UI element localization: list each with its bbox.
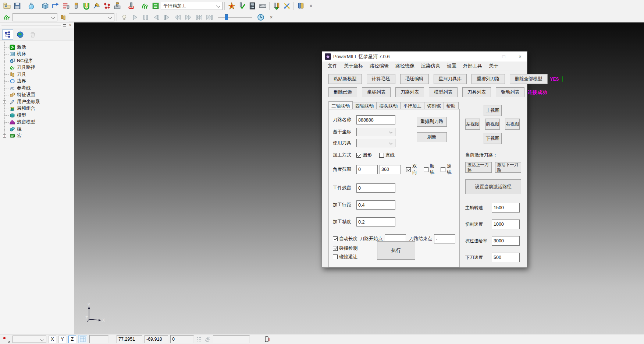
rapid-moves-icon[interactable] <box>50 1 60 11</box>
strategy-dropdown[interactable]: 平行精加工 <box>161 2 223 10</box>
tool-combo[interactable] <box>69 13 114 21</box>
simulation-speed-slider[interactable] <box>218 14 252 21</box>
activate-next-button[interactable]: 激活下一刀路 <box>495 162 522 173</box>
pump-icon[interactable] <box>26 1 36 11</box>
climb-checkbox[interactable]: 顺铣 <box>424 163 439 176</box>
coord-list-button[interactable]: 坐标列表 <box>362 87 391 97</box>
tree-item-tools[interactable]: 刀具 <box>3 71 72 78</box>
tab-4axis[interactable]: 四轴联动 <box>352 102 377 109</box>
menu-render-sim[interactable]: 渲染仿真 <box>418 62 444 70</box>
close-main-toolbar-icon[interactable]: × <box>306 1 316 11</box>
pattern-pencil-icon[interactable] <box>92 1 102 11</box>
auto-length-checkbox[interactable]: 自动长度 <box>333 236 357 242</box>
toolpath-spiral-icon[interactable] <box>2 13 12 22</box>
recycle-bin-icon[interactable] <box>27 29 38 40</box>
tree-item-nc-programs[interactable]: NC程序 <box>3 57 72 64</box>
view-bottom-button[interactable]: 下视图 <box>484 133 502 144</box>
tree-item-levels-sets[interactable]: 层和组合 <box>3 105 72 112</box>
menu-path-mirror[interactable]: 路径镜像 <box>392 62 418 70</box>
points-diamonds-icon[interactable] <box>102 1 112 11</box>
tab-help[interactable]: 帮助 <box>444 102 459 109</box>
execute-button[interactable]: 执行 <box>377 241 415 260</box>
minimize-button[interactable]: — <box>481 52 495 62</box>
step-back-icon[interactable] <box>151 13 161 22</box>
angle-from-input[interactable] <box>356 165 378 174</box>
spindle-speed-input[interactable] <box>492 203 520 213</box>
play-icon[interactable] <box>130 13 140 22</box>
open-file-icon[interactable] <box>2 1 12 11</box>
menu-file[interactable]: 文件 <box>324 62 341 70</box>
compare-blocks-icon[interactable] <box>296 1 306 11</box>
expander-icon[interactable]: + <box>3 134 6 138</box>
close-button[interactable]: × <box>513 52 527 62</box>
batch-star-icon[interactable] <box>227 1 236 11</box>
menu-path-edit[interactable]: 路径编辑 <box>366 62 392 70</box>
paste-model-button[interactable]: 粘贴新模型 <box>328 74 362 84</box>
axis-y-button[interactable]: Y <box>58 336 66 343</box>
plunge-rate-input[interactable] <box>492 253 520 262</box>
swap-arrows-icon[interactable] <box>282 1 292 11</box>
close-panel-icon[interactable]: × <box>68 24 72 28</box>
tree-item-groups[interactable]: 组 <box>3 126 72 133</box>
line-checkbox[interactable]: 直线 <box>379 152 395 158</box>
tool-block-icon[interactable] <box>112 1 122 11</box>
delete-all-models-button[interactable]: 删除全部模型 <box>510 74 548 84</box>
save-icon[interactable] <box>12 1 22 11</box>
menu-external-tools[interactable]: 外部工具 <box>460 62 485 70</box>
rearrange-toolpaths-button[interactable]: 重排列刀路 <box>472 74 505 84</box>
stepover-input[interactable] <box>356 200 395 210</box>
tree-item-feature-sets[interactable]: 特征设置 <box>3 92 72 99</box>
collision-check-checkbox[interactable]: 碰撞检测 <box>333 245 357 252</box>
pause-icon[interactable] <box>140 13 150 22</box>
tab-swivel[interactable]: 摆头联动 <box>376 102 401 109</box>
tree-item-activate[interactable]: 激活 <box>3 44 72 51</box>
circle-checkbox[interactable]: 圆形 <box>356 152 372 158</box>
delete-selected-button[interactable]: 删除已选 <box>328 87 357 97</box>
stock-edit-button[interactable]: 毛坯编辑 <box>400 74 429 84</box>
tab-parallel[interactable]: 平行加工 <box>400 102 424 109</box>
tool-list-button[interactable]: 刀具列表 <box>462 87 491 97</box>
tool-select[interactable] <box>356 139 395 147</box>
tree-item-models[interactable]: 模型 <box>3 112 72 119</box>
tree-item-boundaries[interactable]: 边界 <box>3 78 72 85</box>
tree-item-toolpaths[interactable]: 刀具路径 <box>3 64 72 71</box>
tree-item-workplanes[interactable]: +用户坐标系 <box>3 98 72 105</box>
locate-axis-icon[interactable] <box>204 336 211 343</box>
cutting-speed-input[interactable] <box>492 220 520 229</box>
record-dot-icon[interactable] <box>1 335 10 343</box>
menu-about[interactable]: 关于 <box>485 62 502 70</box>
view-right-button[interactable]: 右视图 <box>505 119 520 130</box>
web-globe-icon[interactable] <box>15 29 26 40</box>
step-forward-icon[interactable] <box>162 13 172 22</box>
menu-settings[interactable]: 设置 <box>444 62 460 70</box>
tree-item-macros[interactable]: +宏 <box>3 133 72 140</box>
xyz-list-icon[interactable] <box>196 336 202 342</box>
menu-coords[interactable]: 关于坐标 <box>341 62 366 70</box>
model-list-button[interactable]: 模型列表 <box>429 87 458 97</box>
go-end-icon[interactable] <box>204 13 214 22</box>
rearrange-button[interactable]: 重排列刀路 <box>417 117 447 127</box>
coord-y-field[interactable]: -69.918 <box>145 335 168 343</box>
skim-rate-input[interactable] <box>492 236 520 246</box>
tree-item-machine[interactable]: 机床 <box>3 51 72 58</box>
axis-x-button[interactable]: X <box>49 336 56 343</box>
strategy-list-icon[interactable] <box>150 1 160 11</box>
panel-grip[interactable] <box>1 25 61 26</box>
activate-prev-button[interactable]: 激活上一刀路 <box>465 162 492 173</box>
ruler-icon[interactable] <box>257 1 267 11</box>
fast-forward-icon[interactable] <box>183 13 193 22</box>
collision-arc-icon[interactable] <box>126 1 136 11</box>
leads-links-icon[interactable] <box>61 1 71 11</box>
tool-pair-icon[interactable] <box>271 1 281 11</box>
drive-list-button[interactable]: 驱动列表 <box>496 87 524 97</box>
status-combo[interactable] <box>13 336 46 343</box>
tab-saw[interactable]: 切割锯 <box>424 102 444 109</box>
calculator-icon[interactable] <box>247 1 257 11</box>
slider-handle[interactable] <box>225 14 228 20</box>
tool-library-button[interactable]: 星河刀具库 <box>434 74 467 84</box>
ballnose-tool-icon[interactable] <box>71 1 81 11</box>
refresh-button[interactable]: 刷新 <box>417 132 447 142</box>
toolpath-list-button[interactable]: 刀路列表 <box>395 87 424 97</box>
go-start-icon[interactable] <box>194 13 204 22</box>
toolpath-spiral-icon[interactable] <box>140 1 150 11</box>
